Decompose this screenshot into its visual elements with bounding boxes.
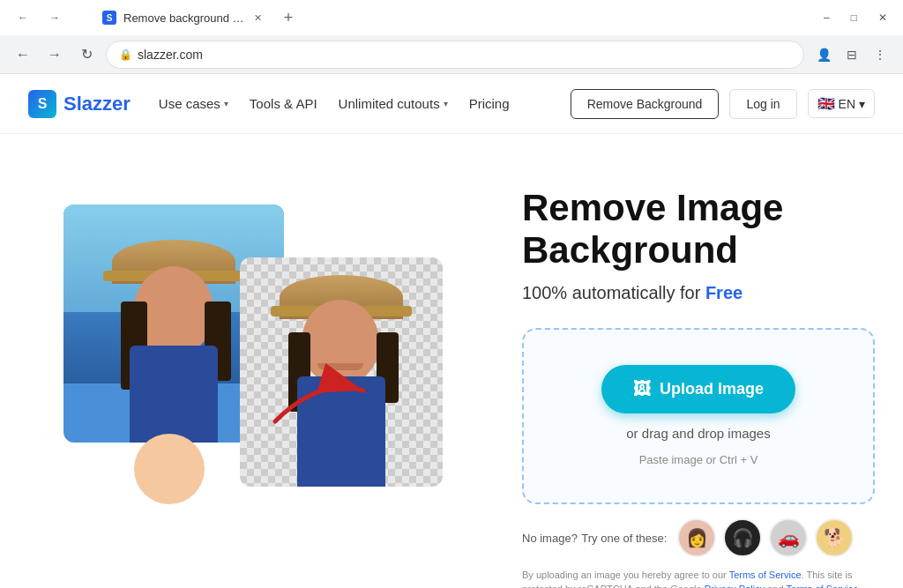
browser-window-controls: ← → — [11, 5, 67, 30]
sample-image-3[interactable]: 🚗 — [769, 518, 808, 557]
sample-image-1[interactable]: 👩 — [677, 518, 716, 557]
nav-actions: Remove Background Log in 🇬🇧 EN ▾ — [571, 89, 875, 119]
subtitle-free: Free — [705, 283, 743, 302]
hero-title: Remove Image Background — [522, 187, 875, 272]
url-bar[interactable]: 🔒 slazzer.com — [106, 41, 804, 69]
nav-label-tools-api: Tools & API — [250, 96, 317, 111]
logo-text: Slazzer — [63, 93, 131, 115]
paste-text: Paste image or Ctrl + V — [639, 453, 758, 466]
logo-icon: S — [28, 90, 56, 118]
hero-title-line2: Background — [522, 229, 738, 271]
tab-title: Remove background from im... — [123, 11, 247, 25]
lang-chevron-icon: ▾ — [859, 97, 865, 111]
tab-bar: S Remove background from im... ✕ + — [81, 2, 811, 33]
try-label: No image? Try one of these: — [522, 530, 667, 546]
upload-image-button[interactable]: 🖼 Upload Image — [601, 365, 795, 413]
page: S Slazzer Use cases ▾ Tools & API Unlimi… — [0, 74, 903, 588]
maximize-icon[interactable]: □ — [846, 10, 862, 26]
terms-of-service-link[interactable]: Terms of Service — [729, 569, 802, 580]
arrow-decoration — [266, 360, 372, 434]
nav-label-pricing: Pricing — [469, 96, 510, 111]
lock-icon: 🔒 — [119, 48, 132, 61]
close-icon[interactable]: ✕ — [873, 10, 892, 26]
privacy-policy-link[interactable]: Privacy Policy — [705, 584, 765, 588]
back-button[interactable]: ← — [11, 42, 35, 67]
minimize-icon[interactable]: – — [818, 10, 835, 26]
nav-label-use-cases: Use cases — [159, 96, 220, 111]
hero-images — [28, 169, 487, 540]
nav-item-unlimited-cutouts[interactable]: Unlimited cutouts ▾ — [339, 96, 448, 111]
try-one-text: Try one of these: — [581, 532, 667, 545]
deco-circle — [134, 434, 205, 504]
extensions-btn[interactable]: ⊟ — [840, 42, 864, 67]
window-right-controls: – □ ✕ — [818, 10, 892, 26]
subtitle-prefix: 100% automatically for — [522, 283, 705, 302]
toolbar-icons: 👤 ⊟ ⋮ — [811, 42, 892, 67]
sample-image-4[interactable]: 🐕 — [815, 518, 854, 557]
refresh-button[interactable]: ↻ — [74, 42, 99, 67]
address-bar: ← → ↻ 🔒 slazzer.com 👤 ⊟ ⋮ — [0, 35, 903, 74]
more-options-btn[interactable]: ⋮ — [868, 42, 892, 67]
hero-title-line1: Remove Image — [522, 187, 783, 228]
upload-image-icon: 🖼 — [633, 379, 651, 399]
hero-text: Remove Image Background 100% automatical… — [522, 169, 875, 588]
footer-prefix: By uploading an image you hereby agree t… — [522, 569, 729, 580]
tab-close-icon[interactable]: ✕ — [254, 12, 262, 24]
footer-legal-text: By uploading an image you hereby agree t… — [522, 568, 875, 588]
nav-item-tools-api[interactable]: Tools & API — [250, 96, 317, 111]
active-tab[interactable]: S Remove background from im... ✕ — [88, 2, 276, 33]
nav-item-pricing[interactable]: Pricing — [469, 96, 510, 111]
sample-images: 👩 🎧 🚗 🐕 — [677, 518, 854, 557]
drag-drop-text: or drag and drop images — [626, 426, 770, 441]
login-button[interactable]: Log in — [729, 89, 796, 119]
try-section: No image? Try one of these: 👩 🎧 🚗 🐕 — [522, 518, 875, 557]
upload-image-label: Upload Image — [660, 380, 764, 398]
nav-label-unlimited: Unlimited cutouts — [339, 96, 440, 111]
flag-icon: 🇬🇧 — [817, 95, 835, 112]
nav-item-use-cases[interactable]: Use cases ▾ — [159, 96, 228, 111]
remove-background-button[interactable]: Remove Background — [571, 89, 720, 119]
footer-and: and — [765, 584, 786, 588]
upload-zone: 🖼 Upload Image or drag and drop images P… — [522, 328, 875, 504]
profile-icon-btn[interactable]: 👤 — [811, 42, 836, 67]
unlimited-chevron-icon: ▾ — [444, 99, 448, 108]
win-back-btn[interactable]: ← — [11, 5, 35, 30]
hero-subtitle: 100% automatically for Free — [522, 283, 875, 303]
nav-links: Use cases ▾ Tools & API Unlimited cutout… — [159, 96, 571, 111]
lang-text: EN — [839, 97, 855, 111]
browser-titlebar: ← → S Remove background from im... ✕ + –… — [0, 0, 903, 35]
use-cases-chevron-icon: ▾ — [224, 99, 228, 108]
new-tab-button[interactable]: + — [276, 5, 301, 30]
url-text: slazzer.com — [138, 48, 203, 62]
forward-button[interactable]: → — [42, 42, 67, 67]
browser-chrome: ← → S Remove background from im... ✕ + –… — [0, 0, 903, 74]
language-selector[interactable]: 🇬🇧 EN ▾ — [808, 89, 875, 118]
win-forward-btn[interactable]: → — [42, 5, 67, 30]
logo[interactable]: S Slazzer — [28, 90, 131, 118]
main-content: Remove Image Background 100% automatical… — [0, 134, 903, 588]
navbar: S Slazzer Use cases ▾ Tools & API Unlimi… — [0, 74, 903, 134]
no-image-text: No image? — [522, 532, 578, 545]
tab-favicon: S — [102, 11, 116, 25]
sample-image-2[interactable]: 🎧 — [723, 518, 762, 557]
terms-of-service-link-2[interactable]: Terms of Service — [786, 584, 858, 588]
